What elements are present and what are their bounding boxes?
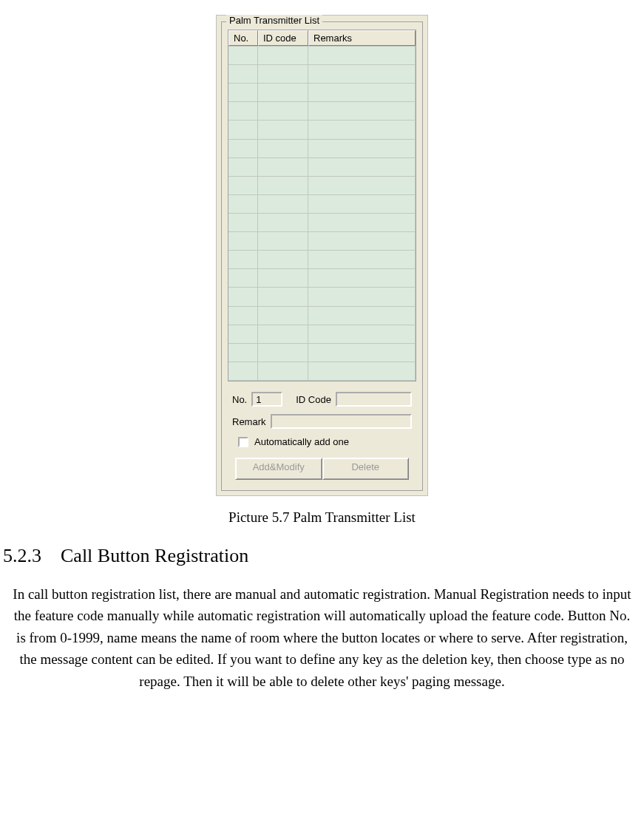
table-row[interactable] (228, 362, 416, 381)
groupbox-title: Palm Transmitter List (226, 15, 322, 26)
column-header-remarks[interactable]: Remarks (308, 30, 416, 46)
table-row[interactable] (228, 121, 416, 139)
table-row[interactable] (228, 177, 416, 195)
idcode-label: ID Code (296, 394, 331, 405)
table-row[interactable] (228, 65, 416, 84)
delete-button[interactable]: Delete (322, 458, 410, 480)
table-row[interactable] (228, 47, 416, 65)
form-area: No. ID Code Remark Automatically add one… (228, 381, 416, 483)
table-row[interactable] (228, 288, 416, 306)
column-header-no[interactable]: No. (228, 30, 258, 46)
table-row[interactable] (228, 251, 416, 269)
section-number: 5.2.3 (3, 545, 41, 566)
figure-caption: Picture 5.7 Palm Transmitter List (0, 509, 644, 526)
auto-add-label: Automatically add one (254, 436, 349, 447)
body-paragraph: In call button registration list, there … (9, 583, 635, 692)
palm-transmitter-panel: Palm Transmitter List No. ID code Remark… (216, 15, 428, 496)
column-header-idcode[interactable]: ID code (258, 30, 308, 46)
table-row[interactable] (228, 158, 416, 177)
table-row[interactable] (228, 84, 416, 102)
transmitter-list[interactable]: No. ID code Remarks (228, 30, 416, 381)
auto-add-checkbox[interactable] (238, 437, 248, 447)
section-heading: 5.2.3 Call Button Registration (3, 545, 644, 567)
section-title: Call Button Registration (61, 545, 248, 566)
table-row[interactable] (228, 325, 416, 344)
list-body[interactable] (228, 47, 416, 381)
table-row[interactable] (228, 214, 416, 232)
table-row[interactable] (228, 232, 416, 251)
table-row[interactable] (228, 195, 416, 214)
no-label: No. (232, 394, 247, 405)
palm-transmitter-groupbox: Palm Transmitter List No. ID code Remark… (221, 21, 423, 491)
list-header: No. ID code Remarks (228, 30, 416, 47)
add-modify-button[interactable]: Add&Modify (235, 458, 322, 480)
idcode-input[interactable] (336, 392, 412, 407)
remark-input[interactable] (271, 414, 412, 429)
table-row[interactable] (228, 140, 416, 158)
table-row[interactable] (228, 269, 416, 288)
table-row[interactable] (228, 344, 416, 362)
no-input[interactable] (251, 392, 282, 407)
remark-label: Remark (232, 416, 266, 427)
table-row[interactable] (228, 307, 416, 325)
table-row[interactable] (228, 102, 416, 121)
